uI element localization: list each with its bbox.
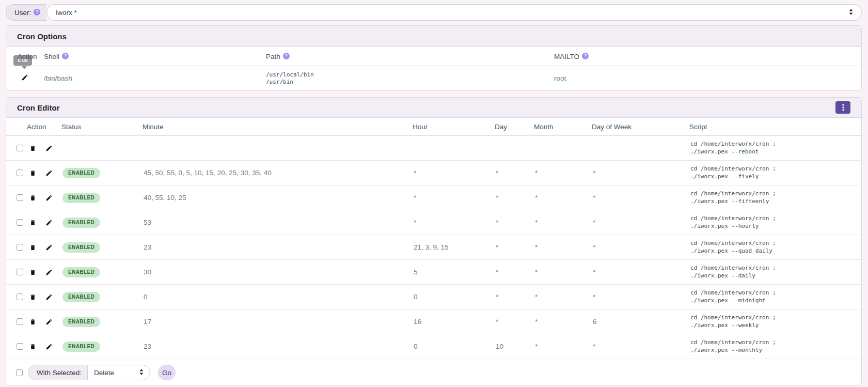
col-script: Script — [689, 123, 861, 131]
day-cell: * — [495, 169, 534, 177]
user-select-value: iworx * — [56, 9, 77, 17]
dow-cell: * — [592, 169, 689, 177]
edit-icon[interactable] — [45, 343, 53, 350]
dow-cell: * — [592, 268, 689, 276]
month-cell: * — [534, 318, 592, 326]
col-mailto-label: MAILTO — [554, 53, 579, 60]
script-cell: cd /home/interworx/cron ;./iworx.pex --f… — [689, 190, 861, 205]
edit-icon[interactable] — [45, 244, 53, 251]
trash-icon[interactable] — [29, 343, 36, 350]
status-badge: ENABLED — [62, 168, 100, 178]
hour-cell: * — [413, 219, 495, 226]
col-action: Action — [6, 53, 44, 60]
path-value: /usr/local/bin /usr/bin — [266, 71, 554, 86]
hour-cell: * — [413, 169, 495, 177]
status-badge: ENABLED — [62, 317, 100, 327]
checkbox-cell — [6, 343, 27, 350]
col-hour: Hour — [413, 123, 495, 131]
status-cell: ENABLED — [61, 317, 143, 327]
minute-cell: 23 — [143, 343, 413, 350]
mailto-value: root — [554, 74, 861, 82]
minute-cell: 0 — [143, 293, 413, 301]
day-cell: * — [495, 268, 534, 276]
cron-options-title: Cron Options — [17, 32, 67, 41]
row-checkbox[interactable] — [17, 169, 23, 176]
panel-menu-button[interactable] — [835, 101, 850, 114]
row-checkbox[interactable] — [17, 219, 23, 226]
cron-page: User:? iworx * Cron Options Edit Action … — [0, 0, 868, 387]
edit-icon[interactable] — [45, 219, 53, 226]
edit-icon[interactable] — [45, 145, 53, 152]
cron-row: ENABLED 17 16 * * 6 cd /home/interworx/c… — [6, 309, 861, 334]
edit-icon[interactable] — [45, 318, 53, 326]
minute-cell: 30 — [143, 268, 413, 276]
status-badge: ENABLED — [62, 342, 100, 352]
trash-icon[interactable] — [29, 244, 36, 251]
status-cell: ENABLED — [61, 168, 143, 178]
trash-icon[interactable] — [29, 293, 36, 301]
hour-cell: 21, 3, 9, 15 — [413, 243, 495, 251]
checkbox-cell — [6, 318, 27, 325]
cron-editor-title: Cron Editor — [17, 103, 60, 112]
row-checkbox[interactable] — [17, 293, 23, 300]
month-cell: * — [534, 293, 592, 301]
mailto-help-icon[interactable]: ? — [582, 53, 589, 59]
checkbox-cell — [6, 269, 27, 275]
checkbox-cell — [6, 169, 27, 176]
trash-icon[interactable] — [29, 318, 36, 326]
checkbox-cell — [6, 145, 27, 151]
day-cell: * — [495, 219, 534, 226]
path-help-icon[interactable]: ? — [283, 53, 290, 59]
status-cell: ENABLED — [61, 267, 143, 277]
trash-icon[interactable] — [29, 145, 36, 152]
col-day: Day — [495, 123, 534, 131]
user-help-icon[interactable]: ? — [34, 9, 40, 16]
script-cell: cd /home/interworx/cron ;./iworx.pex --h… — [689, 215, 861, 230]
edit-options-icon[interactable] — [21, 74, 28, 81]
dow-cell: * — [592, 219, 689, 226]
action-cell — [27, 343, 61, 350]
month-cell: * — [534, 243, 592, 251]
row-checkbox[interactable] — [17, 145, 23, 151]
col-path: Path? — [266, 53, 554, 60]
hour-cell: 16 — [413, 318, 495, 326]
trash-icon[interactable] — [29, 169, 36, 177]
script-cell: cd /home/interworx/cron ;./iworx.pex --m… — [689, 339, 861, 354]
script-cell: cd /home/interworx/cron ;./iworx.pex --w… — [689, 314, 861, 329]
action-cell — [27, 219, 61, 226]
edit-icon[interactable] — [45, 293, 53, 301]
select-all-checkbox[interactable] — [16, 369, 23, 376]
user-select[interactable]: iworx * — [46, 4, 862, 21]
shell-help-icon[interactable]: ? — [62, 53, 69, 59]
row-checkbox[interactable] — [17, 318, 23, 325]
dow-cell: 6 — [592, 318, 689, 326]
edit-icon[interactable] — [45, 194, 53, 202]
action-cell — [27, 293, 61, 301]
shell-value: /bin/bash — [44, 74, 266, 82]
row-checkbox[interactable] — [17, 343, 23, 350]
col-shell-label: Shell — [44, 53, 59, 60]
edit-icon[interactable] — [45, 269, 53, 276]
month-cell: * — [534, 219, 592, 226]
edit-icon[interactable] — [45, 169, 53, 177]
status-cell: ENABLED — [61, 342, 143, 352]
cron-editor-panel: Cron Editor Action Status Minute Hour Da… — [6, 97, 862, 385]
cron-row: ENABLED 23 0 10 * * cd /home/interworx/c… — [6, 334, 861, 359]
status-cell: ENABLED — [61, 292, 143, 302]
trash-icon[interactable] — [29, 219, 36, 226]
bulk-action-select[interactable]: Delete — [87, 365, 150, 380]
row-checkbox[interactable] — [17, 269, 23, 275]
row-checkbox[interactable] — [17, 194, 23, 201]
action-cell — [27, 194, 61, 202]
month-cell: * — [534, 194, 592, 202]
minute-cell: 23 — [143, 243, 413, 251]
checkbox-cell — [6, 219, 27, 226]
row-checkbox[interactable] — [17, 244, 23, 251]
path-line-1: /usr/local/bin — [266, 71, 554, 79]
trash-icon[interactable] — [29, 269, 36, 276]
cron-row: ENABLED 45, 50, 55, 0, 5, 10, 15, 20, 25… — [6, 161, 861, 185]
go-button[interactable]: Go — [158, 365, 176, 380]
day-cell: * — [495, 318, 534, 326]
status-badge: ENABLED — [62, 242, 100, 253]
trash-icon[interactable] — [29, 194, 36, 202]
